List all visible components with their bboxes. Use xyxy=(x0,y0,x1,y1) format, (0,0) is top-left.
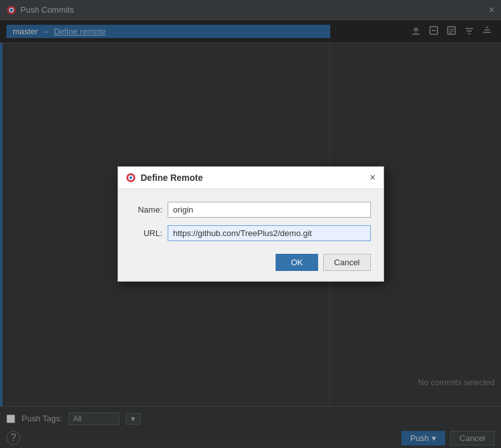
url-input[interactable] xyxy=(168,225,371,241)
url-label: URL: xyxy=(131,228,163,238)
modal-ok-button[interactable]: OK xyxy=(276,254,318,271)
svg-point-19 xyxy=(130,176,132,179)
modal-title-bar: Define Remote × xyxy=(118,167,384,189)
url-row: URL: xyxy=(131,225,371,241)
define-remote-dialog: Define Remote × Name: URL: OK Cancel xyxy=(117,166,384,282)
modal-title-text: Define Remote xyxy=(141,173,203,183)
modal-buttons: OK Cancel xyxy=(131,249,371,271)
name-row: Name: xyxy=(131,202,371,218)
modal-app-icon xyxy=(126,173,136,183)
modal-close-button[interactable]: × xyxy=(370,172,375,183)
modal-cancel-button[interactable]: Cancel xyxy=(323,254,370,271)
name-input[interactable] xyxy=(168,202,371,218)
modal-title-left: Define Remote xyxy=(126,173,203,183)
name-label: Name: xyxy=(131,205,163,214)
modal-body: Name: URL: OK Cancel xyxy=(118,189,384,281)
